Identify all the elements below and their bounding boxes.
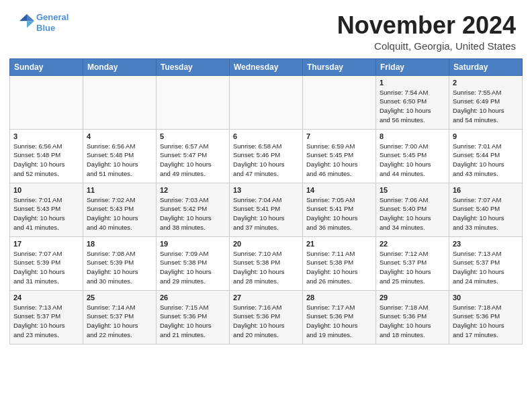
day-info: Sunrise: 7:13 AM Sunset: 5:37 PM Dayligh… bbox=[453, 249, 519, 286]
weekday-header-monday: Monday bbox=[83, 58, 157, 75]
calendar-cell: 11Sunrise: 7:02 AM Sunset: 5:43 PM Dayli… bbox=[83, 183, 157, 236]
week-row-1: 1Sunrise: 7:54 AM Sunset: 6:50 PM Daylig… bbox=[10, 75, 523, 129]
logo-text: General Blue bbox=[36, 12, 69, 33]
day-number: 1 bbox=[380, 79, 445, 87]
day-number: 7 bbox=[306, 132, 372, 140]
day-number: 4 bbox=[87, 132, 152, 140]
calendar-cell bbox=[10, 75, 83, 129]
calendar-cell: 2Sunrise: 7:55 AM Sunset: 6:49 PM Daylig… bbox=[449, 75, 523, 129]
calendar-cell: 13Sunrise: 7:04 AM Sunset: 5:41 PM Dayli… bbox=[230, 183, 303, 236]
day-number: 2 bbox=[453, 79, 519, 87]
day-number: 5 bbox=[160, 132, 226, 140]
title-block: November 2024 Colquitt, Georgia, United … bbox=[337, 12, 516, 52]
day-info: Sunrise: 6:59 AM Sunset: 5:45 PM Dayligh… bbox=[306, 142, 372, 179]
calendar-cell: 15Sunrise: 7:06 AM Sunset: 5:40 PM Dayli… bbox=[376, 183, 449, 236]
calendar-cell: 19Sunrise: 7:09 AM Sunset: 5:38 PM Dayli… bbox=[157, 236, 230, 290]
weekday-header-tuesday: Tuesday bbox=[157, 58, 230, 75]
day-info: Sunrise: 7:08 AM Sunset: 5:39 PM Dayligh… bbox=[87, 249, 152, 286]
day-info: Sunrise: 7:07 AM Sunset: 5:40 PM Dayligh… bbox=[453, 195, 519, 232]
calendar-cell: 24Sunrise: 7:13 AM Sunset: 5:37 PM Dayli… bbox=[10, 290, 83, 344]
day-info: Sunrise: 7:55 AM Sunset: 6:49 PM Dayligh… bbox=[453, 88, 519, 125]
day-info: Sunrise: 7:16 AM Sunset: 5:36 PM Dayligh… bbox=[233, 303, 299, 340]
day-number: 18 bbox=[87, 240, 152, 248]
week-row-2: 3Sunrise: 6:56 AM Sunset: 5:48 PM Daylig… bbox=[10, 129, 523, 183]
calendar-cell: 3Sunrise: 6:56 AM Sunset: 5:48 PM Daylig… bbox=[10, 129, 83, 183]
day-info: Sunrise: 7:54 AM Sunset: 6:50 PM Dayligh… bbox=[380, 88, 445, 125]
day-info: Sunrise: 7:18 AM Sunset: 5:36 PM Dayligh… bbox=[453, 303, 519, 340]
logo-blue: Blue bbox=[36, 23, 69, 34]
svg-marker-2 bbox=[19, 14, 27, 21]
day-info: Sunrise: 7:18 AM Sunset: 5:36 PM Dayligh… bbox=[380, 303, 445, 340]
calendar-cell: 23Sunrise: 7:13 AM Sunset: 5:37 PM Dayli… bbox=[449, 236, 523, 290]
calendar-cell: 12Sunrise: 7:03 AM Sunset: 5:42 PM Dayli… bbox=[157, 183, 230, 236]
day-number: 12 bbox=[160, 186, 226, 194]
calendar-cell: 25Sunrise: 7:14 AM Sunset: 5:37 PM Dayli… bbox=[83, 290, 157, 344]
day-info: Sunrise: 7:03 AM Sunset: 5:42 PM Dayligh… bbox=[160, 195, 226, 232]
day-number: 21 bbox=[306, 240, 372, 248]
day-info: Sunrise: 7:06 AM Sunset: 5:40 PM Dayligh… bbox=[380, 195, 445, 232]
location: Colquitt, Georgia, United States bbox=[337, 40, 516, 52]
day-number: 9 bbox=[453, 132, 519, 140]
calendar-cell: 14Sunrise: 7:05 AM Sunset: 5:41 PM Dayli… bbox=[303, 183, 376, 236]
day-number: 17 bbox=[13, 240, 79, 248]
weekday-header-saturday: Saturday bbox=[449, 58, 523, 75]
weekday-header-row: SundayMondayTuesdayWednesdayThursdayFrid… bbox=[10, 58, 523, 75]
day-number: 19 bbox=[160, 240, 226, 248]
day-info: Sunrise: 7:00 AM Sunset: 5:45 PM Dayligh… bbox=[380, 142, 445, 179]
week-row-4: 17Sunrise: 7:07 AM Sunset: 5:39 PM Dayli… bbox=[10, 236, 523, 290]
logo-general: General bbox=[36, 12, 69, 22]
calendar-cell bbox=[230, 75, 303, 129]
day-number: 13 bbox=[233, 186, 299, 194]
calendar-cell: 5Sunrise: 6:57 AM Sunset: 5:47 PM Daylig… bbox=[157, 129, 230, 183]
day-info: Sunrise: 7:07 AM Sunset: 5:39 PM Dayligh… bbox=[13, 249, 79, 286]
day-info: Sunrise: 7:04 AM Sunset: 5:41 PM Dayligh… bbox=[233, 195, 299, 232]
day-number: 27 bbox=[233, 293, 299, 302]
day-info: Sunrise: 7:11 AM Sunset: 5:38 PM Dayligh… bbox=[306, 249, 372, 286]
calendar-cell: 17Sunrise: 7:07 AM Sunset: 5:39 PM Dayli… bbox=[10, 236, 83, 290]
calendar-cell: 27Sunrise: 7:16 AM Sunset: 5:36 PM Dayli… bbox=[230, 290, 303, 344]
calendar-table: SundayMondayTuesdayWednesdayThursdayFrid… bbox=[9, 58, 523, 345]
day-number: 10 bbox=[13, 186, 79, 194]
day-number: 8 bbox=[380, 132, 445, 140]
calendar-cell bbox=[157, 75, 230, 129]
weekday-header-thursday: Thursday bbox=[303, 58, 376, 75]
day-number: 28 bbox=[306, 293, 372, 302]
calendar-cell: 6Sunrise: 6:58 AM Sunset: 5:46 PM Daylig… bbox=[230, 129, 303, 183]
calendar-cell: 20Sunrise: 7:10 AM Sunset: 5:38 PM Dayli… bbox=[230, 236, 303, 290]
day-number: 29 bbox=[380, 293, 445, 302]
calendar-cell: 18Sunrise: 7:08 AM Sunset: 5:39 PM Dayli… bbox=[83, 236, 157, 290]
day-info: Sunrise: 6:58 AM Sunset: 5:46 PM Dayligh… bbox=[233, 142, 299, 179]
calendar-cell bbox=[303, 75, 376, 129]
day-number: 14 bbox=[306, 186, 372, 194]
day-number: 24 bbox=[13, 293, 79, 302]
calendar-cell: 28Sunrise: 7:17 AM Sunset: 5:36 PM Dayli… bbox=[303, 290, 376, 344]
calendar-cell: 9Sunrise: 7:01 AM Sunset: 5:44 PM Daylig… bbox=[449, 129, 523, 183]
day-info: Sunrise: 7:09 AM Sunset: 5:38 PM Dayligh… bbox=[160, 249, 226, 286]
week-row-5: 24Sunrise: 7:13 AM Sunset: 5:37 PM Dayli… bbox=[10, 290, 523, 344]
logo-icon bbox=[17, 12, 36, 31]
day-info: Sunrise: 6:56 AM Sunset: 5:48 PM Dayligh… bbox=[13, 142, 79, 179]
day-info: Sunrise: 6:57 AM Sunset: 5:47 PM Dayligh… bbox=[160, 142, 226, 179]
day-info: Sunrise: 7:02 AM Sunset: 5:43 PM Dayligh… bbox=[87, 195, 152, 232]
calendar: SundayMondayTuesdayWednesdayThursdayFrid… bbox=[0, 58, 532, 411]
day-info: Sunrise: 7:05 AM Sunset: 5:41 PM Dayligh… bbox=[306, 195, 372, 232]
weekday-header-friday: Friday bbox=[376, 58, 449, 75]
day-number: 6 bbox=[233, 132, 299, 140]
day-number: 26 bbox=[160, 293, 226, 302]
day-number: 20 bbox=[233, 240, 299, 248]
calendar-cell: 21Sunrise: 7:11 AM Sunset: 5:38 PM Dayli… bbox=[303, 236, 376, 290]
month-title: November 2024 bbox=[337, 12, 516, 39]
day-number: 30 bbox=[453, 293, 519, 302]
day-number: 11 bbox=[87, 186, 152, 194]
day-info: Sunrise: 7:12 AM Sunset: 5:37 PM Dayligh… bbox=[380, 249, 445, 286]
day-number: 25 bbox=[87, 293, 152, 302]
calendar-cell: 29Sunrise: 7:18 AM Sunset: 5:36 PM Dayli… bbox=[376, 290, 449, 344]
week-row-3: 10Sunrise: 7:01 AM Sunset: 5:43 PM Dayli… bbox=[10, 183, 523, 236]
calendar-cell: 4Sunrise: 6:56 AM Sunset: 5:48 PM Daylig… bbox=[83, 129, 157, 183]
calendar-cell: 26Sunrise: 7:15 AM Sunset: 5:36 PM Dayli… bbox=[157, 290, 230, 344]
calendar-cell: 16Sunrise: 7:07 AM Sunset: 5:40 PM Dayli… bbox=[449, 183, 523, 236]
calendar-cell: 7Sunrise: 6:59 AM Sunset: 5:45 PM Daylig… bbox=[303, 129, 376, 183]
day-info: Sunrise: 7:13 AM Sunset: 5:37 PM Dayligh… bbox=[13, 303, 79, 340]
calendar-cell: 1Sunrise: 7:54 AM Sunset: 6:50 PM Daylig… bbox=[376, 75, 449, 129]
calendar-cell: 8Sunrise: 7:00 AM Sunset: 5:45 PM Daylig… bbox=[376, 129, 449, 183]
